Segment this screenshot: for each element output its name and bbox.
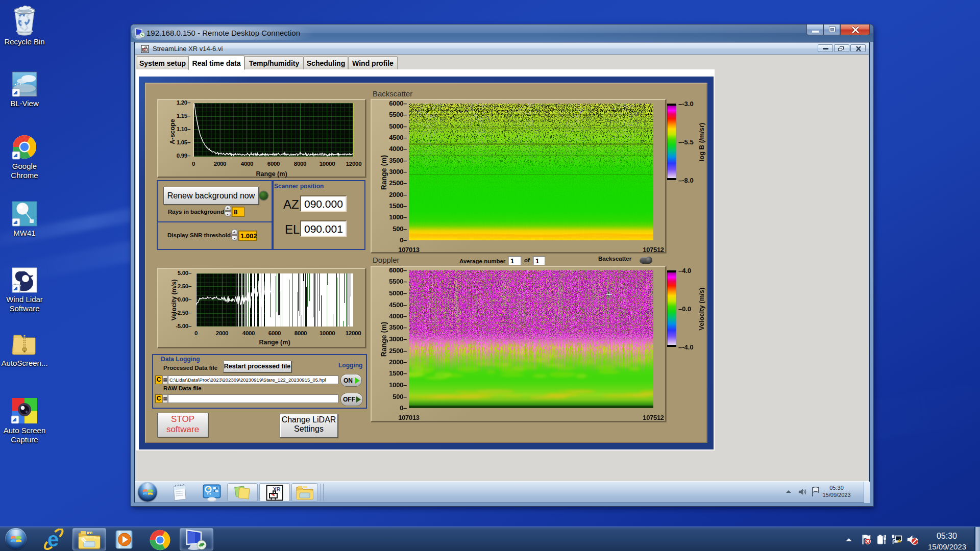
- svg-text:e: e: [47, 529, 59, 550]
